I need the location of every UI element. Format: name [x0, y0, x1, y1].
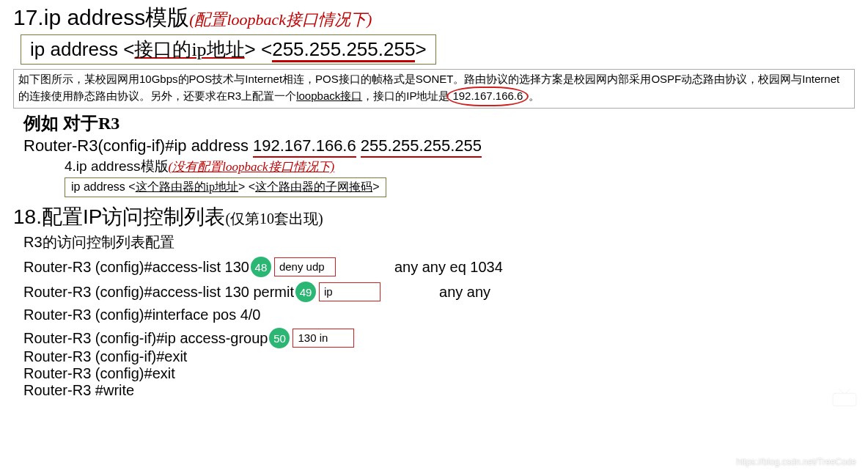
sec4-num: 4.: [65, 158, 76, 174]
acl-line-1: Router-R3 (config)#access-list 130 48 de…: [23, 257, 855, 277]
acl-line-5: Router-R3 (config-if)#exit: [23, 348, 855, 365]
video-tv-icon[interactable]: [831, 388, 858, 407]
heading-17-sub: (配置loopback接口情况下): [189, 10, 372, 29]
tmpl2-mid: > <: [238, 180, 255, 193]
acl2-pre: Router-R3 (config)#access-list 130 permi…: [23, 284, 294, 301]
heading-17-en: ip address: [44, 5, 145, 29]
question-end: 。: [529, 89, 540, 102]
acl2-after: any any: [439, 284, 490, 301]
acl1-after: any any eq 1034: [394, 259, 503, 276]
cmd1-ip: 192.167.166.6: [253, 136, 356, 158]
template-box-2: ip address <这个路由器的ip地址> <这个路由器的子网掩码>: [65, 177, 386, 197]
acl6: Router-R3 (config)#exit: [23, 365, 175, 382]
answer-48: deny udp: [274, 257, 336, 276]
acl-subtitle: R3的访问控制列表配置: [23, 232, 855, 252]
cmd1-pre: Router-R3(config-if)#ip address: [23, 136, 253, 155]
acl-line-6: Router-R3 (config)#exit: [23, 365, 855, 382]
acl-line-7: Router-R3 #write: [23, 382, 855, 399]
acl-line-3: Router-R3 (config)#interface pos 4/0: [23, 307, 855, 323]
command-line-1: Router-R3(config-if)#ip address 192.167.…: [23, 136, 855, 155]
tmpl2-pre: ip address <: [71, 180, 136, 193]
sub-heading-4: 4.ip address模版(没有配置loopback接口情况下): [65, 157, 855, 176]
heading-17-cn: 模版: [145, 5, 189, 29]
question-ip-circled: 192.167.166.6: [446, 87, 529, 106]
answer-49: ip: [319, 282, 380, 301]
example-label: 例如 对于R3: [23, 111, 855, 135]
blank-49: 49: [295, 282, 316, 302]
tmpl1-end: >: [415, 38, 426, 60]
cmd1-mask: 255.255.255.255: [361, 136, 482, 158]
heading-17: 17.ip address模版(配置loopback接口情况下): [13, 3, 855, 33]
blank-48: 48: [251, 257, 271, 277]
acl-line-2: Router-R3 (config)#access-list 130 permi…: [23, 282, 855, 302]
tmpl2-end: >: [372, 180, 379, 193]
question-loopback: loopback接口: [296, 89, 362, 102]
question-p2: ，接口的IP地址是: [362, 89, 449, 102]
sec4-t2: 模版: [141, 158, 169, 174]
template-box-ip-address: ip address <接口的ip地址> <255.255.255.255>: [21, 34, 436, 65]
answer-50: 130 in: [293, 329, 354, 348]
sec4-t1: ip address: [76, 158, 141, 174]
acl-line-4: Router-R3 (config-if)#ip access-group 50…: [23, 328, 855, 348]
question-box: 如下图所示，某校园网用10Gbps的POS技术与Internet相连，POS接口…: [13, 69, 855, 109]
heading-18-sub: (仅第10套出现): [225, 210, 323, 227]
acl4-pre: Router-R3 (config-if)#ip access-group: [23, 330, 268, 347]
acl3: Router-R3 (config)#interface pos 4/0: [23, 307, 261, 323]
tmpl1-mask: 255.255.255.255: [272, 38, 415, 62]
sec4-sub: (没有配置loopback接口情况下): [169, 160, 335, 174]
heading-18-title: 配置IP访问控制列表: [42, 205, 225, 228]
acl5: Router-R3 (config-if)#exit: [23, 348, 187, 365]
heading-17-num: 17.: [13, 5, 44, 29]
heading-18: 18.配置IP访问控制列表(仅第10套出现): [13, 203, 855, 231]
tmpl1-interface-ip: 接口的ip地址: [134, 39, 244, 60]
acl7: Router-R3 #write: [23, 382, 134, 399]
blank-50: 50: [269, 328, 290, 348]
tmpl1-mid: > <: [245, 38, 273, 60]
watermark: https://blog.csdn.net/TreeCode: [736, 457, 856, 467]
tmpl2-subnet: 这个路由器的子网掩码: [255, 180, 372, 193]
tmpl2-router-ip: 这个路由器的ip地址: [136, 180, 238, 193]
acl1-pre: Router-R3 (config)#access-list 130: [23, 259, 249, 276]
heading-18-num: 18.: [13, 205, 42, 228]
tmpl1-pre: ip address <: [30, 38, 134, 60]
